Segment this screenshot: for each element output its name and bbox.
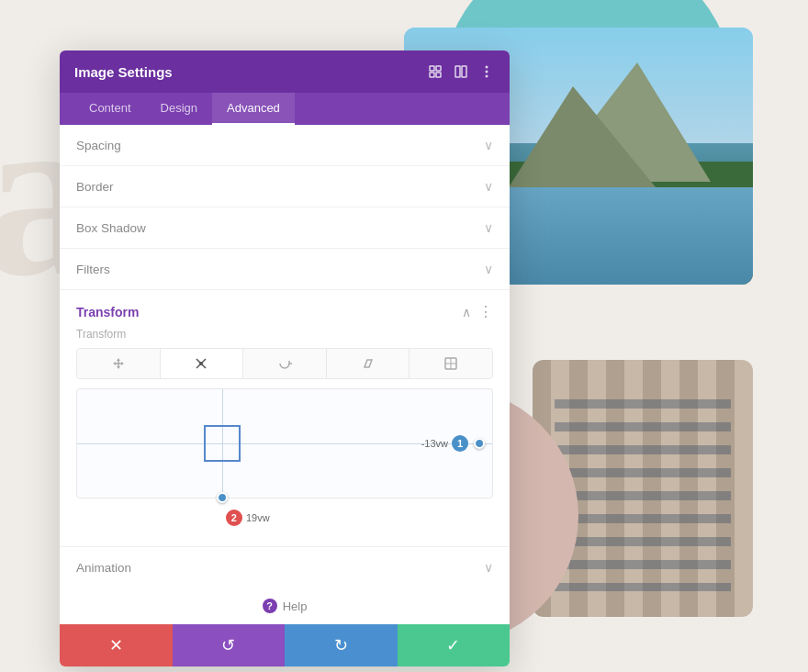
svg-rect-0 bbox=[430, 66, 434, 71]
transform-header: Transform ∧ ⋮ bbox=[76, 290, 493, 328]
transform-tool-move[interactable] bbox=[77, 349, 161, 378]
transform-tool-rotate[interactable] bbox=[243, 349, 327, 378]
confirm-button[interactable]: ✓ bbox=[398, 624, 511, 666]
value-label-y-container: 2 19vw bbox=[226, 510, 270, 526]
fullscreen-icon[interactable] bbox=[427, 63, 443, 80]
slider-x-value: -13vw bbox=[421, 438, 448, 449]
more-options-icon[interactable] bbox=[478, 63, 495, 80]
transform-header-right: ∧ ⋮ bbox=[462, 303, 493, 320]
svg-point-15 bbox=[199, 362, 203, 365]
filters-chevron: ∨ bbox=[484, 262, 493, 276]
border-section[interactable]: Border ∨ bbox=[60, 166, 510, 207]
transform-section: Transform ∧ ⋮ Transform bbox=[60, 290, 510, 546]
split-view-icon[interactable] bbox=[453, 63, 469, 80]
border-label: Border bbox=[76, 180, 114, 194]
svg-point-8 bbox=[486, 75, 488, 78]
svg-point-6 bbox=[486, 66, 488, 69]
transform-more-icon[interactable]: ⋮ bbox=[478, 303, 493, 320]
badge-1: 1 bbox=[452, 435, 468, 452]
panel-footer: ✕ ↺ ↻ ✓ bbox=[60, 624, 510, 666]
cancel-icon: ✕ bbox=[109, 635, 123, 655]
transform-tool-origin[interactable] bbox=[410, 349, 492, 378]
svg-rect-4 bbox=[455, 66, 460, 77]
tab-design[interactable]: Design bbox=[146, 93, 212, 125]
redo-icon: ↻ bbox=[334, 635, 348, 655]
svg-rect-1 bbox=[436, 66, 441, 71]
animation-chevron: ∨ bbox=[484, 560, 493, 575]
transform-tool-scale[interactable] bbox=[161, 349, 244, 378]
help-row[interactable]: ? Help bbox=[60, 588, 510, 624]
help-text: Help bbox=[283, 599, 308, 613]
tab-advanced[interactable]: Advanced bbox=[212, 93, 295, 125]
svg-rect-5 bbox=[462, 66, 466, 77]
undo-button[interactable]: ↺ bbox=[173, 624, 286, 666]
filters-label: Filters bbox=[76, 263, 110, 276]
slider-dot-y[interactable] bbox=[217, 492, 228, 503]
animation-section[interactable]: Animation ∨ bbox=[60, 546, 510, 588]
svg-point-7 bbox=[486, 71, 488, 73]
transform-toolbar bbox=[76, 348, 493, 379]
transform-sublabel: Transform bbox=[76, 328, 493, 341]
image-settings-panel: Image Settings bbox=[60, 50, 510, 666]
spacing-label: Spacing bbox=[76, 139, 121, 152]
panel-body: Spacing ∨ Border ∨ Box Shadow ∨ Filters … bbox=[60, 125, 510, 624]
transform-canvas[interactable]: -13vw 1 bbox=[76, 388, 493, 498]
help-icon: ? bbox=[263, 599, 277, 613]
slider-y-value: 19vw bbox=[246, 512, 270, 523]
tab-content[interactable]: Content bbox=[74, 93, 146, 125]
box-shadow-section[interactable]: Box Shadow ∨ bbox=[60, 207, 510, 249]
panel-header: Image Settings bbox=[60, 50, 510, 93]
spacing-section[interactable]: Spacing ∨ bbox=[60, 125, 510, 166]
slider-dot-x[interactable] bbox=[474, 438, 485, 449]
panel-header-icons bbox=[427, 63, 495, 80]
panel-title: Image Settings bbox=[74, 64, 173, 80]
transform-tool-skew[interactable] bbox=[327, 349, 410, 378]
cancel-button[interactable]: ✕ bbox=[60, 624, 173, 666]
filters-section[interactable]: Filters ∨ bbox=[60, 249, 510, 290]
svg-rect-3 bbox=[436, 73, 441, 77]
badge-2: 2 bbox=[226, 510, 242, 526]
undo-icon: ↺ bbox=[221, 635, 235, 655]
animation-label: Animation bbox=[76, 561, 131, 575]
redo-button[interactable]: ↻ bbox=[285, 624, 398, 666]
svg-rect-2 bbox=[430, 73, 434, 77]
transform-collapse-icon[interactable]: ∧ bbox=[462, 305, 471, 319]
value-label-x: -13vw 1 bbox=[421, 435, 468, 452]
transform-title: Transform bbox=[76, 305, 139, 319]
spacing-chevron: ∨ bbox=[484, 138, 493, 152]
transform-object bbox=[204, 425, 241, 462]
tabs: Content Design Advanced bbox=[60, 93, 510, 125]
box-shadow-label: Box Shadow bbox=[76, 221, 146, 235]
confirm-icon: ✓ bbox=[446, 635, 460, 655]
box-shadow-chevron: ∨ bbox=[484, 220, 493, 235]
border-chevron: ∨ bbox=[484, 179, 493, 194]
